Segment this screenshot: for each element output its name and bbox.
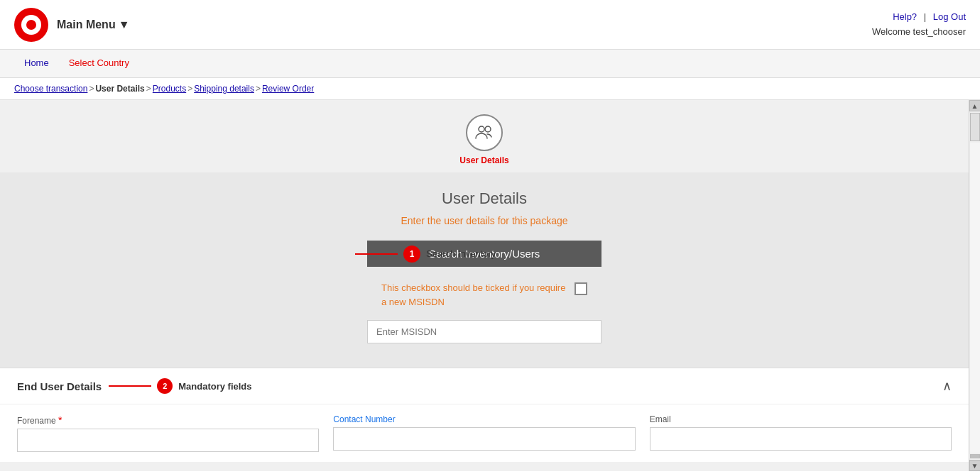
main-content: User Details User Details Enter the user… [0,100,969,471]
breadcrumb-sep4: > [256,84,261,94]
breadcrumb-user-details: User Details [95,84,144,94]
end-user-title-wrap: End User Details 2 Mandatory fields [17,378,252,394]
annotation-text-2: Mandatory fields [178,381,251,392]
nav-select-country[interactable]: Select Country [59,52,139,75]
scrollbar-track-area [970,143,980,453]
scrollbar-up-button[interactable]: ▲ [969,100,981,111]
user-details-card: User Details Enter the user details for … [0,172,969,368]
svg-point-4 [485,126,491,132]
contact-label: Contact Number [333,414,635,424]
msisdn-wrap [28,320,940,343]
breadcrumb-sep1: > [89,84,94,94]
card-subtitle: Enter the user details for this package [28,215,940,226]
svg-point-3 [479,126,484,132]
breadcrumb-sep2: > [146,84,151,94]
contact-input[interactable] [333,427,635,451]
main-menu-label: Main Menu [57,18,116,31]
header-left: Main Menu ▼ [14,8,130,42]
content-wrapper: User Details User Details Enter the user… [0,100,980,471]
header: Main Menu ▼ Help? | Log Out Welcome test… [0,0,980,50]
forename-group: Forename * [17,414,319,452]
forename-label: Forename * [17,414,319,426]
step-label: User Details [459,155,508,165]
card-title: User Details [28,189,940,208]
navbar: Home Select Country [0,50,980,78]
breadcrumb-sep3: > [187,84,192,94]
header-right: Help? | Log Out Welcome test_chooser [872,10,966,40]
end-user-form-fields: Forename * Contact Number Email [0,404,969,462]
nav-home[interactable]: Home [14,52,59,75]
breadcrumb-products[interactable]: Products [153,84,186,94]
forename-required-star: * [58,414,62,426]
breadcrumb-review[interactable]: Review Order [262,84,314,94]
email-group: Email [650,414,952,452]
end-user-title-text: End User Details [17,380,102,392]
forename-input[interactable] [17,429,319,452]
step-indicator: User Details [0,100,969,172]
step-circle [466,114,503,151]
breadcrumb: Choose transaction > User Details > Prod… [0,78,980,100]
end-user-section: End User Details 2 Mandatory fields ∧ Fo… [0,368,969,462]
help-link[interactable]: Help? [893,11,917,22]
scrollbar-thumb-top [970,113,980,141]
msisdn-checkbox-label: This checkbox should be ticked if you re… [381,281,566,309]
header-links: Help? | Log Out [872,10,966,25]
breadcrumb-shipping[interactable]: Shipping details [194,84,254,94]
search-btn-wrap: Search Inventory/Users 1 Search Inventor… [28,241,940,267]
scrollbar-down-button[interactable]: ▼ [969,460,981,471]
annotation-line-1 [355,253,398,255]
main-menu-button[interactable]: Main Menu ▼ [57,18,130,31]
main-menu-arrow: ▼ [119,18,130,31]
welcome-text: Welcome test_chooser [872,25,966,40]
breadcrumb-choose-transaction[interactable]: Choose transaction [14,84,87,94]
annotation-text-1: Search Inventory [426,248,496,259]
msisdn-checkbox-section: This checkbox should be ticked if you re… [28,281,940,309]
annotation-bubble-2: 2 [157,378,173,394]
header-separator: | [924,11,926,22]
step-user-details: User Details [459,114,508,165]
end-user-header: End User Details 2 Mandatory fields ∧ [0,368,969,404]
users-icon [474,123,494,143]
logout-link[interactable]: Log Out [933,11,966,22]
email-input[interactable] [650,427,952,451]
msisdn-input[interactable] [367,320,601,343]
annotation-bubble-1: 1 [403,246,420,263]
vodafone-logo [14,8,48,42]
svg-point-2 [26,20,36,30]
msisdn-checkbox[interactable] [575,282,587,295]
email-label: Email [650,414,952,424]
scrollbar[interactable]: ▲ ▼ [969,100,980,471]
collapse-end-user-button[interactable]: ∧ [942,378,952,394]
annotation-search-inventory: 1 Search Inventory [355,246,496,263]
scrollbar-grip [970,454,980,458]
contact-group: Contact Number [333,414,635,452]
annotation-mandatory-fields: 2 Mandatory fields [109,378,251,394]
annotation-line-2 [109,385,151,387]
